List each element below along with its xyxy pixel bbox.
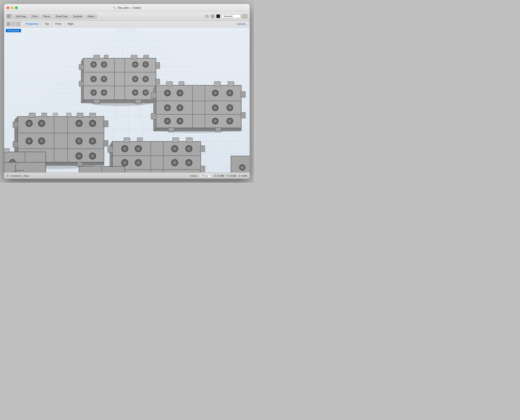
svg-point-111 [91, 139, 94, 143]
svg-point-191 [123, 161, 127, 165]
svg-rect-168 [241, 91, 245, 97]
svg-marker-236 [231, 156, 250, 172]
svg-rect-78 [94, 55, 100, 59]
toolbar: Grid Snap Ortho Planar SmartTrack Gumbal… [4, 12, 250, 21]
svg-point-105 [27, 139, 31, 143]
svg-point-151 [178, 106, 182, 109]
svg-point-189 [187, 147, 191, 151]
sidebar-icon [7, 15, 11, 18]
svg-rect-9 [12, 22, 15, 25]
svg-rect-122 [77, 113, 83, 118]
svg-point-107 [40, 139, 44, 143]
coord-x: X: 31.080 [214, 174, 224, 177]
quad-view-icon[interactable] [6, 22, 10, 26]
svg-point-157 [166, 120, 169, 123]
svg-rect-170 [151, 93, 156, 98]
svg-rect-82 [156, 62, 160, 69]
svg-point-119 [91, 154, 94, 158]
svg-rect-127 [13, 142, 18, 147]
svg-rect-131 [67, 113, 71, 117]
svg-rect-207 [137, 138, 142, 142]
ortho-button[interactable]: Ortho [30, 14, 40, 19]
command-area: ☰ Command: _Drag [7, 174, 187, 177]
target-icon [210, 14, 215, 18]
sidebar-toggle-left[interactable] [6, 14, 12, 19]
layouts-button[interactable]: Layouts... [237, 22, 247, 25]
statusbar-right: Inches CPlane ▼ X: 31.080 Y: 14.060 Z: 0… [190, 174, 247, 177]
svg-rect-129 [77, 162, 83, 166]
svg-rect-172 [169, 128, 174, 132]
tab-perspective[interactable]: Perspective [22, 22, 41, 26]
svg-point-75 [134, 91, 137, 94]
cplane-selector[interactable]: CPlane ▼ [200, 174, 212, 177]
close-button[interactable] [7, 7, 9, 9]
gumball-button[interactable]: Gumball [71, 14, 84, 19]
svg-point-67 [134, 77, 137, 81]
svg-point-159 [178, 120, 182, 123]
toolbar-right: Version3 [205, 14, 240, 18]
svg-rect-130 [53, 113, 58, 117]
svg-rect-1 [9, 15, 11, 18]
svg-point-187 [173, 147, 177, 151]
svg-rect-124 [104, 121, 108, 127]
tab-right[interactable]: Right [65, 22, 76, 26]
viewport-tab-list: Perspective | Top | Front | Right [22, 22, 237, 26]
svg-point-145 [214, 91, 217, 95]
main-window: 🔧 Tiles.3dm — Edited Grid Snap Ortho Pla… [4, 4, 250, 179]
svg-point-193 [136, 161, 140, 165]
tile-right-partial [230, 156, 250, 172]
svg-point-161 [214, 120, 217, 123]
svg-point-57 [102, 63, 106, 66]
planar-button[interactable]: Planar [41, 14, 52, 19]
minimize-button[interactable] [11, 7, 14, 9]
grid-snap-button[interactable]: Grid Snap [13, 14, 28, 19]
viewport-tabs: Perspective | Top | Front | Right Layout… [4, 21, 250, 27]
svg-rect-121 [42, 113, 47, 117]
svg-point-117 [77, 154, 81, 158]
svg-rect-85 [79, 81, 84, 86]
svg-point-61 [144, 63, 147, 66]
svg-point-153 [214, 106, 217, 109]
tab-front[interactable]: Front [52, 22, 64, 26]
split-view-icon[interactable] [16, 22, 20, 26]
svg-point-101 [77, 121, 81, 125]
svg-rect-165 [179, 82, 184, 85]
svg-marker-133 [154, 85, 156, 131]
svg-rect-120 [29, 113, 35, 118]
history-button[interactable]: History [85, 14, 97, 19]
svg-text:Z: Z [16, 162, 17, 164]
svg-rect-164 [166, 82, 173, 86]
svg-rect-206 [124, 138, 130, 142]
svg-point-195 [173, 161, 177, 165]
viewport-layout-icons [6, 22, 20, 26]
svg-point-240 [241, 166, 244, 169]
tab-top[interactable]: Top [42, 22, 52, 26]
tile-top-right [151, 82, 245, 133]
svg-point-3 [211, 15, 214, 18]
svg-rect-81 [143, 55, 149, 58]
hamburger-icon: ☰ [7, 174, 9, 177]
sidebar-toggle-right[interactable] [242, 14, 247, 19]
svg-point-59 [134, 63, 137, 66]
svg-point-155 [228, 106, 231, 109]
smarttrack-button[interactable]: SmartTrack [53, 14, 70, 19]
svg-rect-83 [156, 79, 160, 84]
svg-rect-166 [214, 82, 221, 86]
svg-point-109 [77, 139, 81, 143]
svg-rect-0 [7, 15, 9, 18]
svg-rect-225 [4, 149, 9, 152]
single-view-icon[interactable] [11, 22, 15, 26]
svg-rect-169 [241, 112, 245, 118]
svg-point-147 [228, 91, 231, 95]
svg-rect-79 [104, 55, 108, 58]
camera-rotate-icon [205, 15, 209, 18]
svg-point-99 [40, 121, 44, 125]
maximize-button[interactable] [15, 7, 18, 9]
svg-marker-226 [4, 162, 46, 172]
version-field[interactable]: Version3 [222, 14, 240, 18]
coord-y: Y: 14.060 [227, 174, 236, 177]
svg-rect-167 [228, 82, 234, 86]
svg-point-183 [123, 147, 127, 151]
viewport-area[interactable]: Perspective [4, 27, 250, 172]
color-swatch[interactable] [216, 14, 220, 18]
